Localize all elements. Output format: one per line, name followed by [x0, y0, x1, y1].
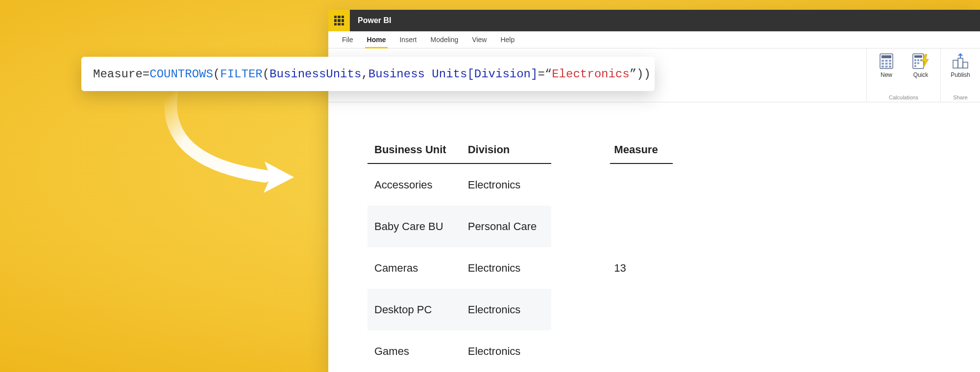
menu-view[interactable]: View: [465, 31, 493, 48]
formula-comma: ,: [361, 68, 368, 81]
menu-home[interactable]: Home: [360, 31, 393, 48]
formula-paren: (: [213, 68, 220, 81]
cell-division: Personal Care: [461, 206, 552, 247]
svg-rect-15: [920, 59, 922, 61]
svg-rect-7: [889, 63, 891, 65]
table-row: Desktop PC Electronics: [368, 289, 551, 330]
ribbon-group-calculations: New: [866, 48, 940, 102]
ribbon-group-share: Publish Share: [940, 48, 980, 102]
business-units-table: Business Unit Division Accessories Elect…: [368, 137, 551, 372]
table-row: Accessories Electronics: [368, 163, 551, 206]
calculator-icon: [878, 52, 895, 70]
formula-eq: =: [538, 68, 544, 81]
svg-rect-20: [953, 60, 958, 68]
svg-rect-18: [914, 65, 916, 67]
ribbon-label: Publish: [951, 72, 970, 78]
table-row: Games Electronics: [368, 330, 551, 372]
menu-insert[interactable]: Insert: [392, 31, 423, 48]
cell-unit: Cameras: [368, 247, 461, 289]
formula-bracket: [: [467, 68, 474, 81]
column-header-unit[interactable]: Business Unit: [368, 137, 461, 163]
formula-paren: ): [637, 68, 643, 81]
formula-eq: =: [143, 68, 149, 81]
svg-rect-5: [882, 63, 884, 65]
svg-rect-8: [882, 66, 884, 68]
svg-rect-13: [914, 59, 916, 61]
svg-rect-17: [917, 62, 919, 64]
formula-column-ref: Division: [474, 68, 531, 81]
ribbon-group-label: Calculations: [889, 94, 918, 100]
new-measure-button[interactable]: New: [872, 51, 901, 90]
app-title: Power BI: [358, 16, 391, 25]
svg-rect-6: [885, 63, 888, 65]
cell-unit: Accessories: [368, 163, 461, 206]
publish-button[interactable]: Publish: [946, 51, 975, 90]
dax-formula-bar[interactable]: Measure = COUNTROWS ( FILTER ( BusinessU…: [81, 57, 655, 91]
cell-unit: Desktop PC: [368, 289, 461, 330]
measure-card-table: Measure 13: [610, 137, 672, 372]
svg-marker-23: [264, 162, 294, 193]
formula-quote: ”: [630, 68, 637, 81]
svg-rect-10: [889, 66, 891, 68]
svg-rect-1: [882, 55, 891, 58]
cell-unit: Baby Care BU: [368, 206, 461, 247]
formula-function: FILTER: [220, 68, 262, 81]
quick-measure-button[interactable]: Quick: [906, 51, 935, 90]
cell-division: Electronics: [461, 289, 552, 330]
title-bar: Power BI: [328, 10, 980, 31]
menu-modeling[interactable]: Modeling: [423, 31, 465, 48]
formula-table-ref: BusinessUnits: [270, 68, 361, 81]
publish-icon: [952, 52, 969, 70]
ribbon-label: Quick: [913, 72, 929, 78]
cell-division: Electronics: [461, 163, 552, 206]
formula-quote: “: [545, 68, 552, 81]
svg-rect-9: [885, 66, 888, 68]
svg-rect-3: [885, 60, 888, 62]
cell-division: Electronics: [461, 247, 552, 289]
measure-value-cell: 13: [610, 163, 672, 372]
formula-paren: (: [263, 68, 270, 81]
svg-marker-19: [922, 54, 929, 68]
table-row: Baby Care BU Personal Care: [368, 206, 551, 247]
svg-rect-4: [889, 60, 891, 62]
svg-rect-14: [917, 59, 919, 61]
formula-bracket: ]: [531, 68, 538, 81]
formula-table-ref: Business Units: [368, 68, 467, 81]
app-launcher-button[interactable]: [328, 10, 350, 31]
callout-arrow-icon: [142, 88, 299, 206]
column-header-measure[interactable]: Measure: [610, 137, 672, 163]
calculator-lightning-icon: [912, 52, 930, 70]
menu-bar: File Home Insert Modeling View Help: [328, 31, 980, 48]
formula-string: Electronics: [552, 68, 629, 81]
table-row: Cameras Electronics: [368, 247, 551, 289]
formula-function: COUNTROWS: [149, 68, 213, 81]
svg-rect-2: [882, 60, 884, 62]
column-header-division[interactable]: Division: [461, 137, 552, 163]
waffle-icon: [334, 16, 344, 25]
svg-rect-16: [914, 62, 916, 64]
formula-lhs: Measure: [93, 68, 143, 81]
ribbon-group-label: Share: [953, 94, 967, 100]
cell-division: Electronics: [461, 330, 552, 372]
svg-rect-21: [958, 58, 963, 68]
formula-paren: ): [643, 68, 650, 81]
menu-file[interactable]: File: [335, 31, 360, 48]
svg-rect-22: [963, 62, 968, 68]
report-canvas: Business Unit Division Accessories Elect…: [328, 102, 980, 372]
menu-help[interactable]: Help: [493, 31, 521, 48]
cell-unit: Games: [368, 330, 461, 372]
ribbon-label: New: [881, 72, 892, 78]
svg-rect-12: [914, 55, 922, 58]
